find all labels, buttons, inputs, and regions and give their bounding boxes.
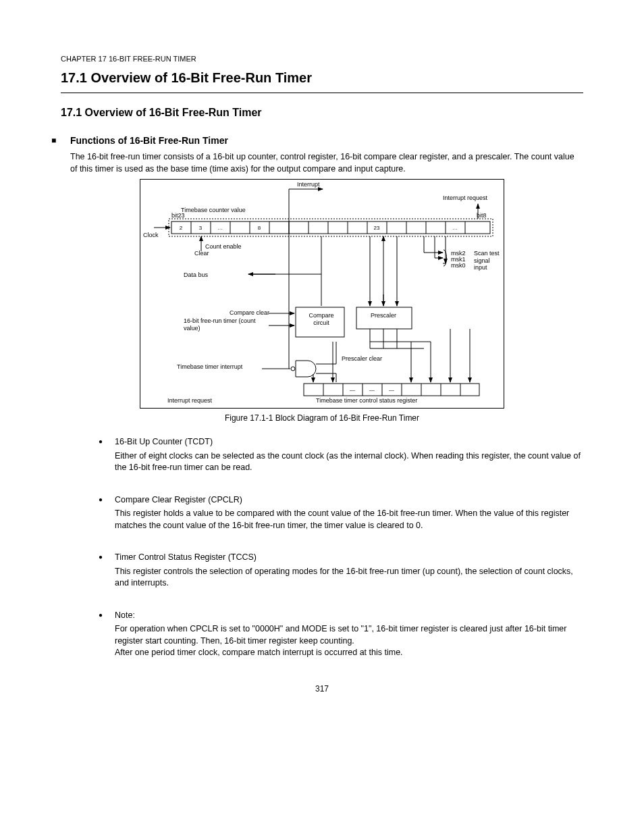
- page-number: 317: [61, 683, 583, 695]
- block-diagram: 2 3 … 8 23 …: [140, 179, 504, 409]
- bullet-item: Compare Clear Register (CPCLR) This regi…: [99, 494, 583, 532]
- svg-text:8: 8: [258, 225, 261, 231]
- figure-caption: Figure 17.1-1 Block Diagram of 16-Bit Fr…: [61, 413, 583, 424]
- lbl-interrupt-top: Interrupt: [297, 181, 320, 188]
- lbl-interrupt-req: Interrupt request: [443, 194, 487, 201]
- bullet-title: 16-Bit Up Counter (TCDT): [115, 436, 583, 448]
- bullet-title: Compare Clear Register (CPCLR): [115, 494, 583, 506]
- bullet-item: 16-Bit Up Counter (TCDT) Either of eight…: [99, 436, 583, 474]
- bullet-title: Note:: [115, 610, 583, 622]
- svg-text:23: 23: [374, 225, 380, 231]
- lbl-msk0: msk0: [451, 262, 466, 269]
- bullet-list: 16-Bit Up Counter (TCDT) Either of eight…: [99, 436, 583, 659]
- bullet-body: For operation when CPCLR is set to "0000…: [115, 623, 583, 659]
- diagram-svg: 2 3 … 8 23 …: [140, 180, 505, 409]
- bullet-body: This register controls the selection of …: [115, 566, 583, 590]
- svg-text:—: —: [350, 387, 355, 393]
- lbl-clock: Clock: [143, 232, 159, 238]
- svg-text:3: 3: [199, 225, 203, 231]
- bullet-body: Either of eight clocks can be selected a…: [115, 450, 583, 474]
- lbl-timebase-counter: Timebase counter value: [181, 207, 246, 213]
- lbl-scan-signal: Scan testsignalinput: [474, 250, 500, 271]
- bullet-item: Note: For operation when CPCLR is set to…: [99, 610, 583, 659]
- section-heading: 17.1 Overview of 16-Bit Free-Run Timer: [61, 105, 583, 120]
- svg-text:—: —: [389, 387, 394, 393]
- lbl-bit23: bit23: [171, 212, 185, 219]
- page-title: 17.1 Overview of 16-Bit Free-Run Timer: [61, 68, 583, 87]
- svg-text:2: 2: [180, 225, 183, 231]
- bullet-body: This register holds a value to be compar…: [115, 508, 583, 531]
- lbl-timebase-interrupt: Timebase timer interrupt: [177, 363, 265, 370]
- lbl-compare-clear: Compare clear: [230, 309, 269, 316]
- lbl-tctrl: Timebase timer control status register: [316, 397, 417, 404]
- bullet-item: Timer Control Status Register (TCCS) Thi…: [99, 552, 583, 590]
- intro-paragraph: The 16-bit free-run timer consists of a …: [70, 151, 583, 175]
- lbl-count-enable: Count enable: [205, 243, 242, 250]
- chapter-header: CHAPTER 17 16-BIT FREE-RUN TIMER: [61, 54, 583, 64]
- lbl-prescaler: Prescaler: [362, 312, 405, 319]
- lbl-interrupt-request-bottom: Interrupt request: [167, 397, 212, 404]
- subsection-title: Functions of 16-Bit Free-Run Timer: [70, 134, 583, 148]
- lbl-data-bus: Data bus: [184, 271, 208, 278]
- svg-text:…: …: [217, 225, 223, 231]
- svg-text:…: …: [452, 225, 458, 231]
- lbl-sixteen-counter: 16-bit free-run timer (count value): [184, 317, 265, 332]
- lbl-bit8: bit8: [477, 212, 487, 219]
- lbl-compare-circuit: Compare circuit: [301, 312, 342, 326]
- lbl-prescaler-clear: Prescaler clear: [342, 355, 382, 362]
- bullet-title: Timer Control Status Register (TCCS): [115, 552, 583, 564]
- title-rule: [61, 93, 583, 93]
- svg-point-49: [291, 367, 295, 371]
- lbl-clear: Clear: [194, 250, 209, 257]
- svg-text:—: —: [369, 387, 375, 393]
